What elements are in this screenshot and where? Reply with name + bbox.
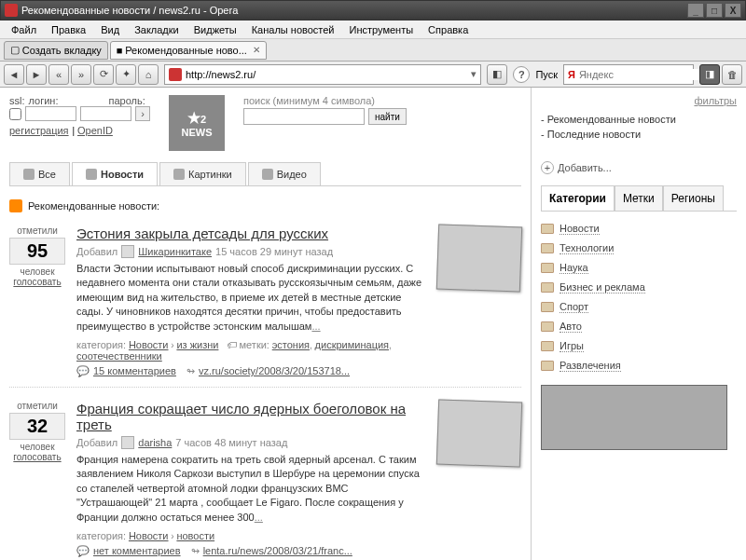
article-title[interactable]: Франция сокращает число ядерных боеголов…: [76, 401, 406, 432]
subcat-link[interactable]: новости: [176, 530, 214, 541]
help-button[interactable]: ?: [513, 66, 530, 83]
folder-icon: [541, 282, 554, 293]
menu-file[interactable]: Файл: [4, 22, 44, 37]
cat-science[interactable]: Наука: [560, 262, 588, 274]
close-button[interactable]: X: [725, 3, 741, 18]
menu-widgets[interactable]: Виджеты: [186, 22, 244, 37]
forward-button[interactable]: ►: [26, 64, 47, 85]
wand-button[interactable]: ✦: [116, 64, 136, 85]
vote-link[interactable]: голосовать: [9, 452, 65, 462]
address-dropdown-icon[interactable]: ▾: [471, 68, 477, 80]
site-search-button[interactable]: найти: [368, 108, 407, 125]
folder-icon: [541, 321, 554, 332]
login-submit[interactable]: ›: [135, 106, 150, 121]
comments-link[interactable]: нет комментариев: [93, 545, 181, 556]
article-title[interactable]: Эстония закрыла детсады для русских: [76, 225, 328, 241]
cat-entertainment[interactable]: Развлечения: [560, 360, 621, 372]
menu-help[interactable]: Справка: [421, 22, 476, 37]
browser-search-input[interactable]: [579, 69, 708, 80]
site-logo[interactable]: ★2 NEWS: [169, 95, 225, 151]
menu-edit[interactable]: Правка: [44, 22, 93, 37]
tag-link[interactable]: соотечественники: [76, 350, 162, 362]
cat-sport[interactable]: Спорт: [560, 301, 588, 313]
promo-image[interactable]: [541, 385, 727, 450]
cat-link[interactable]: Новости: [129, 530, 169, 541]
panel-button[interactable]: ◨: [699, 64, 720, 85]
tag-link[interactable]: дискриминация: [315, 339, 389, 350]
subcat-link[interactable]: из жизни: [176, 339, 218, 350]
cat-news[interactable]: Новости: [560, 223, 600, 235]
time-label: 7 часов 48 минут назад: [175, 437, 287, 448]
time-label: 15 часов 29 минут назад: [215, 246, 333, 257]
article-excerpt: Власти Эстонии испытывают новый способ д…: [76, 262, 426, 334]
rss-icon[interactable]: [9, 199, 22, 212]
cattab-categories[interactable]: Категории: [541, 185, 615, 211]
cat-tech[interactable]: Технологии: [560, 242, 614, 254]
filters-link[interactable]: фильтры: [694, 95, 737, 106]
vote-count: 95: [9, 238, 65, 265]
all-icon: [23, 169, 35, 180]
browser-search[interactable]: Я ▾: [563, 64, 694, 85]
tab-favicon: ■: [117, 45, 123, 56]
cat-auto[interactable]: Авто: [560, 321, 582, 333]
tab-all[interactable]: Все: [9, 162, 70, 185]
url-input[interactable]: [186, 69, 471, 80]
go-label[interactable]: Пуск: [535, 69, 558, 80]
source-link[interactable]: lenta.ru/news/2008/03/21/franc...: [203, 545, 352, 556]
source-link[interactable]: vz.ru/society/2008/3/20/153718...: [199, 365, 350, 376]
search-engine-icon[interactable]: Я: [568, 69, 575, 80]
home-button[interactable]: ⌂: [138, 64, 159, 85]
address-bar[interactable]: ▾: [164, 64, 481, 85]
minimize-button[interactable]: _: [687, 3, 704, 18]
rss-button[interactable]: ◧: [487, 64, 507, 85]
register-link[interactable]: регистрация: [9, 125, 69, 136]
cat-link[interactable]: Новости: [129, 339, 169, 350]
site-search-input[interactable]: [243, 108, 365, 125]
new-tab-button[interactable]: ▢ Создать вкладку: [4, 41, 108, 60]
latest-link[interactable]: - Последние новости: [541, 129, 641, 140]
recommended-link[interactable]: - Рекомендованные новости: [541, 114, 676, 125]
author-link[interactable]: darisha: [138, 437, 172, 448]
tab-close-icon[interactable]: ✕: [253, 45, 260, 55]
folder-icon: [541, 302, 554, 312]
password-input[interactable]: [80, 106, 131, 121]
tab-pictures[interactable]: Картинки: [159, 162, 246, 185]
folder-icon: [541, 243, 554, 253]
avatar-icon: [121, 245, 134, 258]
author-link[interactable]: Шикаринкитаке: [138, 246, 212, 257]
reload-button[interactable]: ⟳: [93, 64, 114, 85]
vote-link[interactable]: голосовать: [9, 277, 65, 287]
more-link[interactable]: ...: [311, 321, 320, 332]
tab-current[interactable]: ■ Рекомендованные ново... ✕: [110, 41, 267, 60]
cattab-regions[interactable]: Регионы: [663, 185, 724, 211]
news-icon: [86, 169, 97, 180]
cattab-tags[interactable]: Метки: [615, 185, 663, 211]
back-button[interactable]: ◄: [4, 64, 24, 85]
article-thumbnail[interactable]: [436, 399, 522, 467]
search-hint: поиск (минимум 4 символа): [243, 95, 407, 106]
openid-link[interactable]: OpenID: [77, 125, 113, 136]
article-thumbnail[interactable]: [436, 224, 522, 292]
tag-link[interactable]: эстония: [272, 339, 310, 350]
more-link[interactable]: ...: [255, 512, 263, 523]
rewind-button[interactable]: «: [48, 64, 69, 85]
opera-icon: [5, 4, 18, 17]
menu-feeds[interactable]: Каналы новостей: [244, 22, 342, 37]
cat-games[interactable]: Игры: [560, 340, 584, 352]
ssl-checkbox[interactable]: [9, 108, 21, 120]
vote-top-label: отметили: [9, 401, 65, 411]
menu-bookmarks[interactable]: Закладки: [127, 22, 186, 37]
menu-tools[interactable]: Инструменты: [342, 22, 421, 37]
maximize-button[interactable]: □: [706, 3, 723, 18]
trash-button[interactable]: 🗑: [722, 64, 742, 85]
avatar-icon: [121, 436, 134, 449]
tab-news[interactable]: Новости: [72, 162, 158, 185]
tab-video[interactable]: Видео: [248, 162, 321, 185]
cat-business[interactable]: Бизнес и реклама: [560, 281, 645, 294]
page-main: ssl: логин: пароль: › регистрация| OpenI…: [0, 88, 532, 560]
fastforward-button[interactable]: »: [71, 64, 91, 85]
login-input[interactable]: [25, 106, 76, 121]
add-link[interactable]: +Добавить...: [541, 158, 737, 174]
menu-view[interactable]: Вид: [93, 22, 127, 37]
comments-link[interactable]: 15 комментариев: [93, 365, 176, 376]
